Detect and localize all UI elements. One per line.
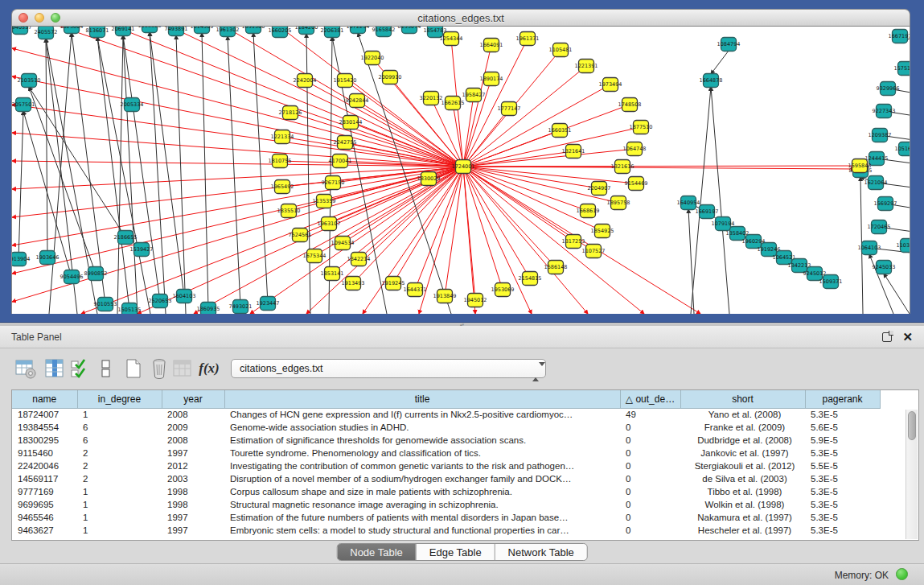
function-builder-icon[interactable]: f(x) [198, 357, 220, 380]
graph-node[interactable]: 1572254 [347, 27, 370, 34]
graph-node[interactable]: 1963107 [318, 217, 341, 231]
graph-node[interactable]: 1913849 [433, 290, 457, 303]
graph-node[interactable]: 1854925 [591, 225, 614, 238]
graph-node[interactable]: 1184200 [295, 27, 318, 35]
graph-node[interactable]: 1209387 [869, 129, 892, 142]
graph-node[interactable]: 2204907 [588, 182, 611, 196]
table-row[interactable]: 1456911722003Disruption of a novel membe… [12, 472, 880, 485]
graph-node[interactable]: 1621064 [864, 176, 888, 190]
graph-node[interactable]: 2520653 [149, 295, 172, 308]
table-row[interactable]: 977716911998Corpus callosum shape and si… [12, 485, 880, 498]
citation-edge-red[interactable] [12, 48, 463, 167]
graph-node[interactable]: 1895758 [607, 196, 630, 210]
graph-node[interactable]: 2009910 [379, 71, 402, 84]
table-selector-dropdown[interactable]: citations_edges.txt [231, 359, 546, 378]
float-window-icon[interactable] [882, 332, 892, 342]
graph-node[interactable]: 9154469 [625, 177, 648, 191]
graph-node[interactable]: 1669197 [696, 205, 719, 219]
network-window-titlebar[interactable]: citations_edges.txt [11, 9, 910, 27]
tab-node-table[interactable]: Node Table [337, 544, 417, 560]
citation-edge-black[interactable] [253, 33, 268, 303]
network-canvas[interactable]: 1940557240557218236048136071206914110653… [11, 27, 910, 314]
table-row[interactable]: 1872400712008Changes of HCN gene express… [12, 408, 880, 421]
import-table-icon[interactable] [171, 357, 194, 380]
graph-node[interactable]: 1103455 [897, 239, 910, 253]
graph-node[interactable]: 4170041 [329, 154, 352, 168]
graph-node[interactable]: 1961302 [216, 27, 240, 37]
graph-node[interactable]: 2405572 [35, 27, 58, 39]
show-columns-icon[interactable] [43, 357, 66, 380]
graph-node[interactable]: 1965492 [271, 180, 294, 194]
table-row[interactable]: 969969511998Structural magnetic resonanc… [12, 498, 880, 511]
graph-node[interactable]: 2005334 [121, 98, 144, 112]
table-row[interactable]: 1830029562008Estimation of significance … [12, 434, 880, 447]
graph-node[interactable]: 2069141 [112, 27, 135, 36]
graph-node[interactable]: 1923447 [257, 297, 280, 311]
graph-node[interactable]: 8990852 [84, 267, 108, 281]
graph-node[interactable]: 2206381 [321, 27, 344, 38]
graph-node[interactable]: 1064748 [623, 142, 647, 156]
graph-node[interactable]: 1945012 [464, 294, 487, 307]
citation-edge-red[interactable] [290, 113, 463, 167]
graph-node[interactable]: 9329966 [877, 82, 900, 96]
citation-edge-red[interactable] [463, 167, 602, 231]
memory-status-icon[interactable] [896, 568, 908, 580]
graph-node[interactable]: 1644371 [404, 283, 427, 297]
row-height-icon[interactable] [95, 357, 117, 380]
citation-edge-red[interactable] [463, 149, 634, 167]
select-columns-icon[interactable] [69, 357, 92, 380]
graph-node[interactable]: 1958427 [462, 89, 486, 102]
citation-edge-red[interactable] [12, 167, 463, 245]
graph-node[interactable]: 7493021 [229, 300, 253, 314]
citation-edge-red[interactable] [463, 167, 530, 278]
graph-node[interactable]: 1505135 [118, 303, 142, 315]
graph-node[interactable]: 2718126 [279, 106, 302, 120]
graph-node[interactable]: 1107527 [582, 245, 606, 258]
graph-node[interactable]: 2154815 [519, 272, 542, 286]
graph-node[interactable]: 1748508 [618, 98, 642, 112]
graph-node[interactable]: 1575107 [894, 62, 910, 76]
column-header-indegree[interactable]: in_degree [77, 390, 162, 408]
graph-node[interactable]: 1569297 [874, 197, 897, 211]
graph-node[interactable]: 1940557 [12, 27, 31, 35]
graph-node[interactable]: 1823604 [60, 27, 84, 34]
citation-edge-black[interactable] [228, 36, 240, 307]
graph-node[interactable]: 1660205 [269, 27, 292, 38]
graph-node[interactable]: 9245033 [873, 261, 896, 274]
graph-node[interactable]: 1810755 [269, 154, 292, 168]
tab-network-table[interactable]: Network Table [495, 544, 587, 560]
citation-edge-black[interactable] [884, 274, 910, 314]
graph-node[interactable]: 9267150 [322, 176, 345, 190]
column-header-outde[interactable]: △ out_de… [620, 390, 680, 408]
graph-node[interactable]: 1961371 [516, 32, 540, 46]
graph-node[interactable]: 2057501 [12, 98, 35, 112]
graph-node[interactable]: 1221391 [575, 60, 598, 73]
graph-node[interactable]: 1720465 [868, 220, 891, 234]
create-column-icon[interactable] [122, 357, 145, 380]
citation-edge-black[interactable] [150, 32, 184, 296]
graph-node[interactable]: 1953069 [491, 283, 515, 297]
citation-edge-red[interactable] [12, 105, 463, 167]
graph-node[interactable]: 1831380 [242, 27, 265, 34]
delete-column-icon[interactable] [148, 357, 170, 380]
graph-node[interactable]: 8136071 [86, 27, 109, 38]
graph-node[interactable]: 2103510 [18, 74, 41, 88]
citation-edge-red[interactable] [463, 167, 855, 169]
graph-node[interactable]: 1662615 [441, 97, 465, 110]
graph-node[interactable]: 1586148 [544, 261, 568, 274]
citation-edge-red[interactable] [463, 167, 573, 241]
table-scrollbar-thumb[interactable] [908, 411, 916, 440]
graph-node[interactable]: 1664091 [480, 39, 503, 52]
graph-node[interactable]: 1913904 [12, 253, 30, 266]
citation-edge-red[interactable] [12, 167, 463, 189]
citation-edge-red[interactable] [463, 166, 860, 167]
graph-node[interactable]: 1853141 [321, 267, 344, 281]
graph-node[interactable]: 1890174 [480, 72, 503, 86]
citation-edge-red[interactable] [463, 167, 556, 267]
table-row[interactable]: 946362711997Embryonic stem cells: a mode… [12, 524, 880, 537]
table-row[interactable]: 1938455462009Genome-wide association stu… [12, 421, 880, 434]
graph-node[interactable]: 2830144 [339, 116, 363, 130]
graph-node[interactable]: 9165842 [372, 27, 396, 37]
graph-node[interactable]: 1604103 [173, 290, 196, 303]
citation-edge-black[interactable] [711, 87, 729, 314]
